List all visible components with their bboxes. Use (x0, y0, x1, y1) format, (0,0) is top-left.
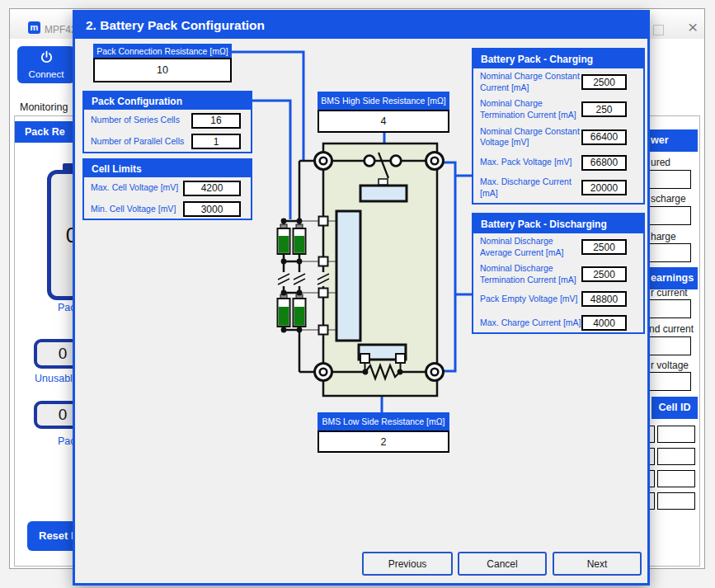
high-side-fet-block (360, 186, 407, 201)
bms-ic-block (336, 211, 360, 341)
parallel-cells-input[interactable]: 1 (191, 134, 241, 149)
cell-id-header: Cell ID (651, 397, 698, 419)
app-logo: m (28, 21, 40, 34)
sense-pad (396, 354, 405, 363)
pack-configuration-group: Pack Configuration Number of Series Cell… (82, 91, 252, 153)
current-label-2: nd current (649, 323, 694, 335)
nominal-discharge-termination-current-label: Nominal Discharge Termination Current [m… (480, 263, 581, 285)
battery-gauge-mid-label: Unusabl (35, 373, 73, 384)
current-field-2[interactable] (643, 336, 691, 355)
nominal-charge-termination-current-input[interactable]: 250 (581, 101, 627, 117)
discharge-field[interactable] (643, 206, 691, 225)
pack-terminal-bracket (444, 162, 455, 371)
pack-terminal (426, 153, 444, 170)
nominal-discharge-average-current-label: Nominal Discharge Average Current [mA] (480, 236, 581, 257)
current-label-1: r current (651, 287, 688, 299)
measured-label: ured (651, 157, 670, 168)
discharge-label: scharge (651, 193, 686, 205)
group-header: Battery Pack - Discharging (473, 214, 643, 233)
nominal-charge-constant-current-label: Nominal Charge Constant Current [mA] (480, 71, 581, 92)
group-header: Battery Pack - Charging (473, 49, 643, 68)
maximize-icon[interactable] (653, 25, 664, 35)
cell-id-field[interactable] (657, 426, 695, 443)
series-cells-label: Number of Series Cells (91, 115, 191, 125)
parallel-cells-label: Number of Parallel Cells (91, 136, 191, 147)
pack-terminal (315, 153, 332, 170)
max-charge-current-input[interactable]: 4000 (581, 315, 627, 331)
cell-id-field[interactable] (657, 492, 695, 510)
battery-cell (294, 224, 306, 254)
nominal-charge-constant-voltage-input[interactable]: 66400 (581, 129, 627, 145)
max-charge-current-label: Max. Charge Current [mA] (480, 318, 581, 328)
nominal-charge-constant-current-input[interactable]: 2500 (581, 74, 627, 90)
bms-low-side-resistance-label: BMS Low Side Resistance [mΩ] (318, 412, 449, 430)
battery-pack-charging-group: Battery Pack - Charging Nominal Charge C… (472, 48, 645, 205)
nominal-charge-constant-voltage-label: Nominal Charge Constant Voltage [mV] (480, 126, 581, 148)
cell-limits-group: Cell Limits Max. Cell Voltage [mV] 4200 … (82, 158, 252, 220)
max-discharge-current-label: Max. Discharge Current [mA] (480, 176, 581, 198)
bms-high-side-resistance-input[interactable]: 4 (318, 110, 449, 133)
next-button[interactable]: Next (553, 552, 642, 576)
pack-connection-resistance-label: Pack Connection Resistance [mΩ] (93, 44, 232, 58)
voltage-field[interactable] (643, 372, 691, 391)
previous-button[interactable]: Previous (362, 552, 453, 576)
connect-button[interactable]: Connect (17, 46, 75, 83)
cancel-button[interactable]: Cancel (458, 552, 547, 576)
bms-low-side-resistance-input[interactable]: 2 (318, 430, 449, 453)
voltage-label: r voltage (651, 360, 689, 371)
pack-terminal (426, 364, 444, 381)
cell-id-field[interactable] (657, 470, 695, 487)
max-pack-voltage-input[interactable]: 66800 (581, 155, 627, 171)
series-cells-input[interactable]: 16 (191, 113, 241, 129)
max-cell-voltage-input[interactable]: 4200 (183, 181, 241, 196)
group-header: Cell Limits (84, 160, 251, 177)
nominal-discharge-average-current-input[interactable]: 2500 (581, 239, 627, 255)
power-icon (40, 50, 54, 64)
screen: m MPF4279 × Connect Monitoring Pack Re 0… (0, 0, 715, 588)
pack-terminal (315, 364, 332, 381)
dialog-title: 2. Battery Pack Configuration (75, 12, 647, 39)
current-field-1[interactable] (643, 299, 691, 318)
charge-label: harge (651, 231, 676, 242)
tab-monitoring[interactable]: Monitoring (20, 101, 68, 113)
charge-field[interactable] (643, 243, 691, 262)
cell-id-field[interactable] (657, 448, 695, 465)
max-pack-voltage-label: Max. Pack Voltage [mV] (480, 157, 581, 167)
pack-empty-voltage-input[interactable]: 48800 (581, 291, 627, 307)
dialog-body: Pack Connection Resistance [mΩ] 10 Pack … (75, 39, 647, 583)
bms-high-side-resistance-label: BMS High Side Resistance [mΩ] (318, 92, 449, 110)
connect-button-label: Connect (17, 69, 75, 79)
max-discharge-current-input[interactable]: 20000 (581, 180, 627, 195)
battery-cell (294, 294, 306, 327)
measured-field[interactable] (643, 170, 691, 189)
battery-pack-configuration-dialog: 2. Battery Pack Configuration (73, 10, 650, 586)
battery-cell (278, 224, 290, 254)
min-cell-voltage-input[interactable]: 3000 (183, 201, 241, 217)
nominal-charge-termination-current-label: Nominal Charge Termination Current [mA] (480, 98, 581, 120)
group-header: Pack Configuration (84, 92, 251, 110)
pack-connection-resistance-input[interactable]: 10 (93, 58, 232, 82)
battery-cell (278, 294, 290, 327)
close-icon[interactable]: × (688, 18, 698, 35)
nominal-discharge-termination-current-input[interactable]: 2500 (581, 266, 627, 282)
sense-pad (360, 354, 369, 363)
pack-empty-voltage-label: Pack Empty Voltage [mV] (480, 294, 581, 304)
battery-pack-discharging-group: Battery Pack - Discharging Nominal Disch… (472, 213, 645, 334)
max-cell-voltage-label: Max. Cell Voltage [mV] (91, 182, 183, 193)
break-marks (278, 272, 329, 286)
min-cell-voltage-label: Min. Cell Voltage [mV] (91, 204, 183, 214)
